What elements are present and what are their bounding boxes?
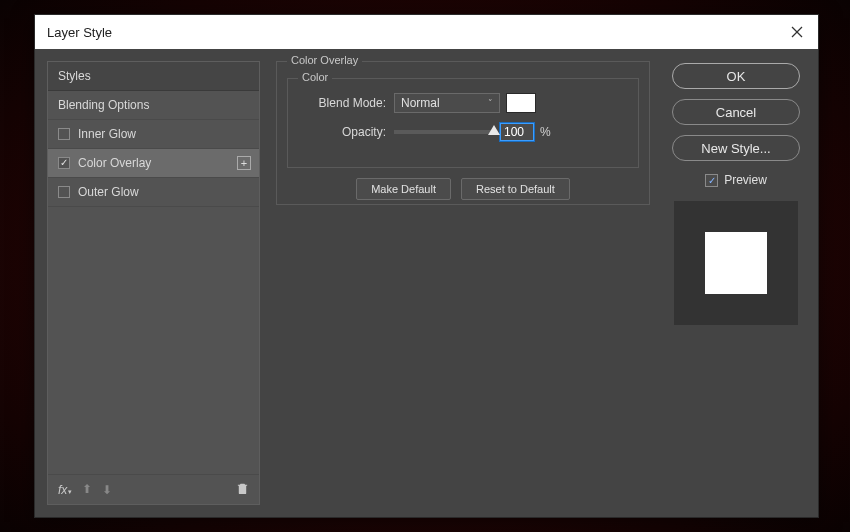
move-down-button[interactable]: ⬇ [102,483,112,497]
close-button[interactable] [788,23,806,41]
close-icon [790,25,804,39]
style-item-label: Blending Options [58,98,149,112]
group-title: Color [298,71,332,83]
blend-mode-row: Blend Mode: Normal ˅ [298,93,628,113]
color-overlay-fieldset: Color Overlay Color Blend Mode: Normal ˅… [276,61,650,205]
titlebar: Layer Style [35,15,818,49]
styles-footer: fx ⬆ ⬇ [48,474,259,504]
style-item-outer-glow[interactable]: Outer Glow [48,178,259,207]
style-item-label: Color Overlay [78,156,151,170]
style-item-inner-glow[interactable]: Inner Glow [48,120,259,149]
chevron-down-icon: ˅ [488,98,493,108]
ok-button[interactable]: OK [672,63,800,89]
blend-mode-label: Blend Mode: [298,96,386,110]
opacity-input[interactable] [500,123,534,141]
trash-icon [236,482,249,495]
blend-mode-select[interactable]: Normal ˅ [394,93,500,113]
checkbox-icon[interactable] [58,157,70,169]
fx-menu-button[interactable]: fx [58,483,72,497]
settings-panel: Color Overlay Color Blend Mode: Normal ˅… [272,61,654,505]
color-swatch[interactable] [506,93,536,113]
style-item-color-overlay[interactable]: Color Overlay + [48,149,259,178]
blend-mode-value: Normal [401,96,440,110]
default-buttons: Make Default Reset to Default [287,178,639,200]
reset-default-button[interactable]: Reset to Default [461,178,570,200]
action-panel: OK Cancel New Style... Preview [666,61,806,505]
cancel-button[interactable]: Cancel [672,99,800,125]
style-item-blending-options[interactable]: Blending Options [48,91,259,120]
style-item-label: Inner Glow [78,127,136,141]
styles-panel: Styles Blending Options Inner Glow Color… [47,61,260,505]
opacity-unit: % [540,125,551,139]
slider-thumb-icon[interactable] [488,125,500,135]
checkbox-icon [705,174,718,187]
preview-label: Preview [724,173,767,187]
make-default-button[interactable]: Make Default [356,178,451,200]
checkbox-icon[interactable] [58,128,70,140]
dialog-title: Layer Style [47,25,112,40]
color-group: Color Blend Mode: Normal ˅ Opacity: [287,78,639,168]
new-style-button[interactable]: New Style... [672,135,800,161]
preview-thumbnail [674,201,798,325]
style-item-label: Outer Glow [78,185,139,199]
preview-checkbox[interactable]: Preview [705,173,767,187]
spacer [48,207,259,474]
delete-button[interactable] [236,481,249,499]
opacity-label: Opacity: [298,125,386,139]
move-up-button[interactable]: ⬆ [82,482,92,496]
opacity-slider[interactable] [394,130,494,134]
layer-style-dialog: Layer Style Styles Blending Options Inne… [34,14,819,518]
checkbox-icon[interactable] [58,186,70,198]
preview-swatch [705,232,767,294]
panel-title: Color Overlay [287,54,362,66]
dialog-body: Styles Blending Options Inner Glow Color… [35,49,818,517]
opacity-row: Opacity: % [298,123,628,141]
styles-header[interactable]: Styles [48,62,259,91]
add-instance-button[interactable]: + [237,156,251,170]
